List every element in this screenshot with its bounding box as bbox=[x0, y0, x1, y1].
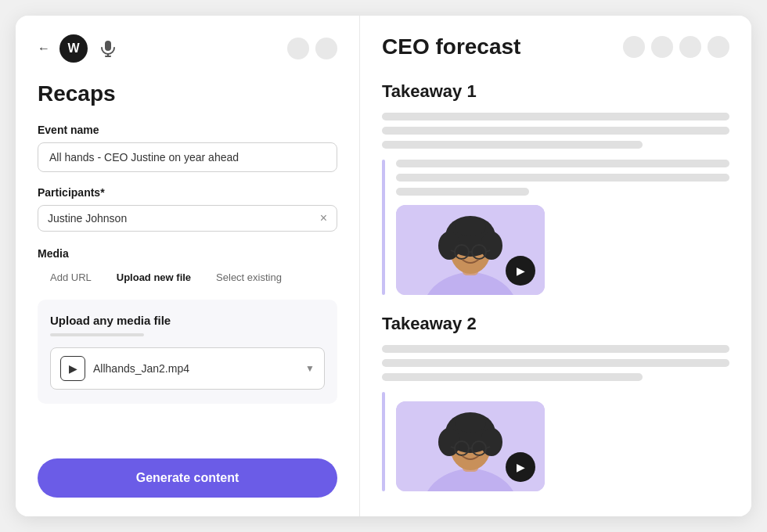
line-3 bbox=[382, 141, 643, 149]
tl-2 bbox=[396, 174, 729, 182]
right-nav-dots bbox=[623, 36, 729, 58]
svg-point-23 bbox=[455, 414, 486, 433]
media-section: Media Add URL Upload new file Select exi… bbox=[38, 247, 337, 404]
back-icon: ← bbox=[38, 41, 50, 56]
w-logo[interactable]: W bbox=[59, 34, 88, 63]
tab-add-url[interactable]: Add URL bbox=[38, 266, 104, 289]
right-nav-dot-2 bbox=[651, 36, 673, 58]
event-name-field: Event name bbox=[38, 124, 337, 186]
takeaway-1-section: Takeaway 1 bbox=[382, 81, 729, 295]
participants-label: Participants* bbox=[38, 186, 337, 199]
mic-icon[interactable] bbox=[97, 38, 119, 59]
generate-content-button[interactable]: Generate content bbox=[38, 458, 337, 498]
play-button-2[interactable]: ▶ bbox=[506, 452, 535, 482]
takeaway-2-title: Takeaway 2 bbox=[382, 314, 729, 334]
clear-participant-button[interactable]: × bbox=[320, 212, 327, 225]
right-header: CEO forecast bbox=[382, 34, 729, 59]
app-container: ← W Recaps Event name bbox=[16, 16, 751, 516]
media-tabs: Add URL Upload new file Select existing bbox=[38, 266, 337, 289]
takeaway-2-card: ▶ bbox=[382, 392, 729, 491]
play-button-1[interactable]: ▶ bbox=[506, 256, 535, 286]
tl-1 bbox=[396, 160, 729, 167]
left-panel: ← W Recaps Event name bbox=[16, 16, 360, 516]
takeaway-2-media[interactable]: ▶ bbox=[396, 401, 545, 491]
tl-3 bbox=[396, 188, 529, 196]
svg-rect-0 bbox=[105, 41, 111, 51]
page-title: Recaps bbox=[38, 81, 337, 106]
svg-point-22 bbox=[481, 428, 502, 456]
right-title: CEO forecast bbox=[382, 34, 623, 59]
left-header: ← W bbox=[38, 34, 337, 63]
right-nav-dot-3 bbox=[679, 36, 701, 58]
right-panel: CEO forecast Takeaway 1 bbox=[360, 16, 751, 516]
line-2 bbox=[382, 127, 729, 135]
takeaway-bar bbox=[382, 160, 385, 295]
takeaway-1-text: ▶ bbox=[396, 160, 729, 295]
file-name: Allhands_Jan2.mp4 bbox=[93, 362, 297, 375]
file-icon: ▶ bbox=[60, 356, 85, 381]
nav-dot-2 bbox=[315, 38, 337, 59]
takeaway-2-section: Takeaway 2 bbox=[382, 314, 729, 491]
upload-progress-bar bbox=[50, 333, 144, 336]
svg-point-21 bbox=[438, 428, 460, 456]
line-1 bbox=[382, 113, 729, 120]
play-icon-2: ▶ bbox=[517, 461, 525, 473]
participant-input[interactable] bbox=[48, 212, 314, 225]
file-row: ▶ Allhands_Jan2.mp4 ▼ bbox=[50, 347, 325, 390]
takeaway-1-card: ▶ bbox=[382, 160, 729, 295]
media-label: Media bbox=[38, 247, 337, 260]
takeaway-2-text: ▶ bbox=[396, 392, 729, 491]
svg-point-10 bbox=[455, 217, 486, 236]
tab-select-existing[interactable]: Select existing bbox=[203, 266, 294, 289]
svg-point-9 bbox=[481, 232, 502, 260]
back-button[interactable]: ← bbox=[38, 41, 50, 56]
tab-upload-new[interactable]: Upload new file bbox=[104, 266, 203, 289]
file-dropdown-icon[interactable]: ▼ bbox=[305, 363, 315, 374]
left-nav-dots bbox=[287, 38, 337, 59]
takeaway-1-lines bbox=[382, 113, 729, 149]
t2-line-3 bbox=[382, 373, 643, 381]
participant-input-wrap: × bbox=[38, 205, 337, 232]
event-name-input[interactable] bbox=[38, 142, 337, 172]
takeaway-1-media[interactable]: ▶ bbox=[396, 205, 545, 295]
event-name-label: Event name bbox=[38, 124, 337, 136]
participants-section: Participants* × bbox=[38, 186, 337, 232]
play-icon-1: ▶ bbox=[517, 264, 525, 277]
right-nav-dot-4 bbox=[708, 36, 729, 58]
nav-dot-1 bbox=[287, 38, 309, 59]
media-upload-box: Upload any media file ▶ Allhands_Jan2.mp… bbox=[38, 300, 337, 404]
upload-label: Upload any media file bbox=[50, 314, 325, 327]
t2-line-1 bbox=[382, 345, 729, 353]
takeaway-1-title: Takeaway 1 bbox=[382, 81, 729, 102]
svg-point-8 bbox=[438, 232, 460, 260]
right-nav-dot-1 bbox=[623, 36, 645, 58]
t2-line-2 bbox=[382, 359, 729, 367]
takeaway-2-lines bbox=[382, 345, 729, 381]
takeaway-bar-2 bbox=[382, 392, 385, 491]
